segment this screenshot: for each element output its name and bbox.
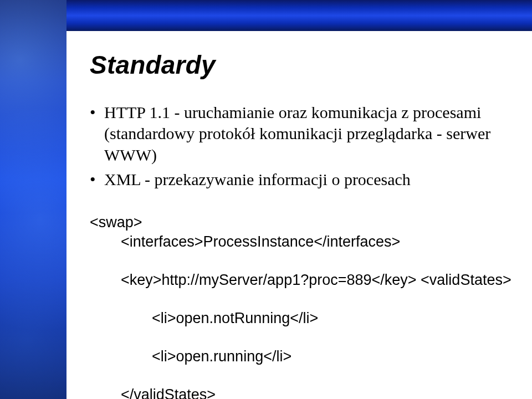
code-line: </validStates> (90, 385, 510, 399)
slide-sidebar (0, 0, 66, 399)
code-line: <li>open.notRunning</li> (90, 309, 510, 328)
bullet-item: HTTP 1.1 - uruchamianie oraz komunikacja… (90, 102, 510, 166)
slide-content: Standardy HTTP 1.1 - uruchamianie oraz k… (66, 31, 532, 399)
code-block: <swap> <interfaces>ProcessInstance</inte… (90, 194, 510, 399)
code-line: <key>http://myServer/app1?proc=889</key>… (90, 270, 510, 290)
code-line: <li>open.running</li> (90, 347, 510, 366)
code-line: <swap> (90, 214, 142, 231)
bullet-item: XML - przekazywanie informacji o procesa… (90, 169, 510, 190)
slide-top-bar (0, 0, 532, 31)
code-line: <interfaces>ProcessInstance</interfaces> (90, 232, 510, 252)
bullet-list: HTTP 1.1 - uruchamianie oraz komunikacja… (90, 102, 510, 191)
slide-title: Standardy (90, 50, 510, 80)
